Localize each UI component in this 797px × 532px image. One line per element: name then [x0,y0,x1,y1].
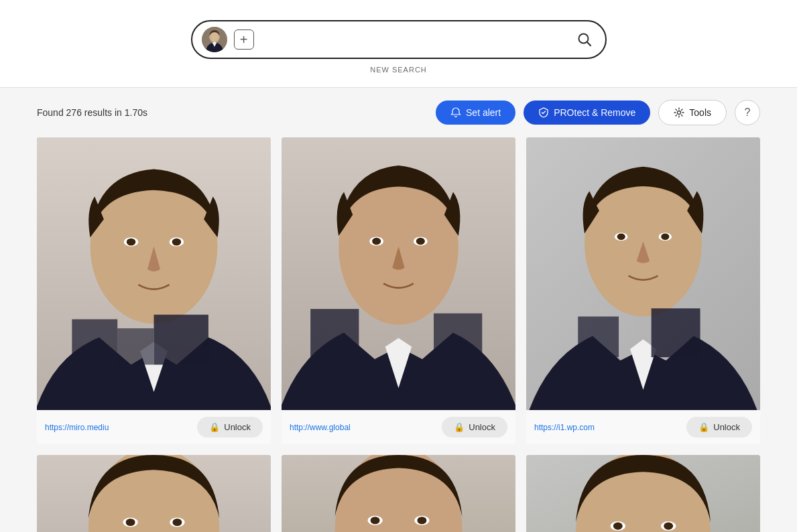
face-image-6 [526,455,760,532]
question-icon: ? [745,107,751,119]
card-footer-1: https://miro.mediu 🔒 Unlock [37,410,271,444]
image-card-6 [526,455,760,532]
image-grid: https://miro.mediu 🔒 Unlock [0,137,797,532]
svg-rect-14 [117,328,154,364]
search-icon [577,32,592,47]
search-avatar [202,27,227,52]
add-photo-button[interactable]: + [234,29,254,50]
svg-point-27 [617,233,625,240]
image-card: https://miro.mediu 🔒 Unlock [37,137,271,444]
svg-line-4 [587,42,590,46]
lock-icon-2: 🔒 [454,422,465,432]
tools-button[interactable]: Tools [658,100,727,125]
card-footer-3: https://i1.wp.com 🔒 Unlock [526,410,760,444]
face-image-3 [526,137,760,410]
search-button[interactable] [573,28,596,51]
bell-icon [450,107,461,118]
svg-rect-13 [72,319,117,364]
unlock-button-3[interactable]: 🔒 Unlock [686,417,752,438]
set-alert-button[interactable]: Set alert [436,101,515,125]
results-toolbar: Found 276 results in 1.70s Set alert PRO… [0,88,797,137]
svg-point-41 [371,517,380,524]
svg-point-2 [210,32,219,42]
new-search-link[interactable]: NEW SEARCH [370,66,427,74]
svg-point-10 [127,239,136,246]
svg-rect-22 [310,309,359,357]
lock-icon-3: 🔒 [698,422,709,432]
card-url-3: https://i1.wp.com [534,423,595,432]
svg-point-19 [372,238,381,245]
face-image-2 [282,137,515,410]
image-card-3: https://i1.wp.com 🔒 Unlock [526,137,760,444]
unlock-button-2[interactable]: 🔒 Unlock [442,417,507,438]
toolbar-actions: Set alert PROtect & Remove Tools ? [436,100,760,125]
search-bar[interactable]: + [191,20,607,59]
svg-point-5 [678,111,681,115]
face-image-1 [37,137,271,410]
results-count: Found 276 results in 1.70s [37,107,147,118]
image-card-2: http://www.global 🔒 Unlock [282,137,515,444]
gear-icon [674,107,684,118]
card-url-1: https://miro.mediu [45,423,109,432]
card-url-2: http://www.global [290,423,351,432]
shield-icon [538,107,549,118]
svg-point-35 [126,519,135,526]
svg-point-43 [417,517,426,524]
search-header: + NEW SEARCH [0,0,797,88]
protect-remove-button[interactable]: PROtect & Remove [524,101,650,125]
svg-rect-30 [652,308,700,357]
unlock-button-1[interactable]: 🔒 Unlock [197,417,263,438]
image-card-5 [282,455,515,532]
svg-rect-31 [578,316,619,357]
svg-point-37 [172,519,182,526]
plus-icon: + [240,32,248,48]
svg-point-21 [416,238,425,245]
face-image-4 [37,455,271,532]
svg-rect-23 [434,314,482,362]
lock-icon-1: 🔒 [209,422,220,432]
card-footer-2: http://www.global 🔒 Unlock [282,410,515,444]
face-image-5 [282,455,515,532]
svg-point-29 [661,233,669,240]
svg-point-47 [613,523,623,530]
svg-point-12 [172,239,182,246]
svg-rect-15 [154,315,208,365]
svg-point-49 [664,523,673,530]
image-card-4 [37,455,271,532]
help-button[interactable]: ? [735,100,760,125]
